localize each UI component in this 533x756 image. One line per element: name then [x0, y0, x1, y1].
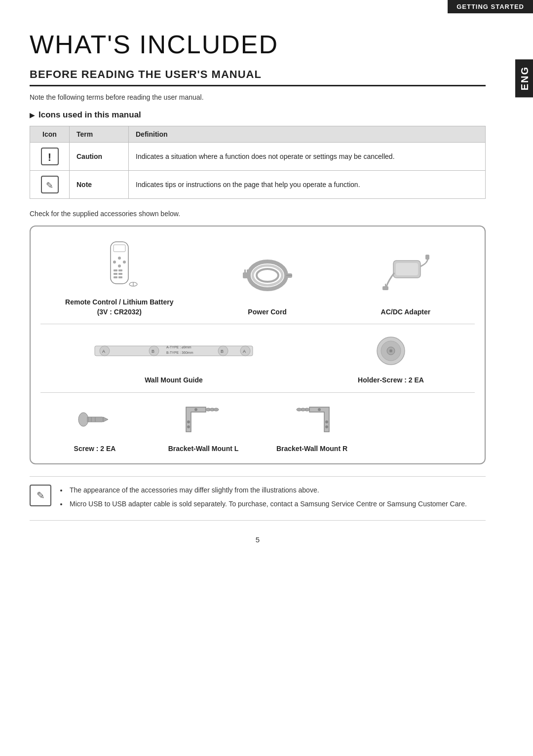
holder-screw-svg: [371, 334, 411, 368]
holder-screw-label: Holder-Screw : 2 EA: [358, 376, 424, 385]
svg-rect-19: [247, 269, 248, 273]
accessory-bracket-r: Bracket-Wall Mount R: [267, 400, 356, 454]
caution-term: Caution: [70, 143, 129, 171]
svg-text:B-TYPE : 360mm: B-TYPE : 360mm: [166, 351, 193, 354]
table-header-icon: Icon: [30, 126, 70, 143]
adapter-image: [379, 248, 433, 302]
svg-point-2: [118, 257, 121, 260]
screw-svg: [77, 402, 112, 437]
svg-point-59: [297, 408, 302, 411]
note-term: Note: [70, 171, 129, 199]
svg-text:A: A: [102, 349, 105, 354]
svg-rect-11: [118, 276, 122, 278]
svg-text:A-TYPE : ⌀9mm: A-TYPE : ⌀9mm: [166, 345, 191, 349]
accessories-top-row: Remote Control / Lithium Battery(3V : CR…: [40, 238, 475, 317]
divider-1: [40, 324, 475, 324]
svg-text:A: A: [243, 349, 246, 354]
accessory-adapter: AC/DC Adapter: [361, 248, 450, 317]
svg-rect-8: [114, 273, 117, 275]
adapter-label: AC/DC Adapter: [381, 307, 431, 317]
accessory-holder-screw: Holder-Screw : 2 EA: [346, 331, 435, 385]
accessory-wall-mount-guide: A B A-TYPE : ⌀9mm B-TYPE : 360mm B A: [80, 331, 267, 385]
wall-mount-guide-image: A B A-TYPE : ⌀9mm B-TYPE : 360mm B A: [90, 331, 258, 371]
subtitle-note: Note the following terms before reading …: [30, 93, 486, 101]
divider-2: [40, 392, 475, 393]
caution-icon-cell: !: [30, 143, 70, 171]
remote-svg: [100, 241, 139, 290]
note-icon: ✎: [41, 176, 59, 193]
svg-point-16: [257, 269, 278, 282]
svg-rect-17: [243, 272, 250, 278]
screw-label: Screw : 2 EA: [74, 444, 116, 454]
note-icon-cell: ✎: [30, 171, 70, 199]
svg-point-54: [318, 408, 321, 411]
svg-rect-24: [382, 286, 388, 290]
svg-rect-10: [114, 276, 117, 278]
power-cord-label: Power Cord: [248, 307, 287, 317]
svg-marker-47: [103, 417, 108, 422]
remote-image: [100, 238, 139, 293]
page-title: WHAT'S INCLUDED: [30, 30, 486, 59]
page-number: 5: [30, 535, 486, 544]
table-row: ! Caution Indicates a situation where a …: [30, 143, 486, 171]
svg-rect-23: [396, 263, 418, 275]
svg-rect-26: [425, 255, 429, 260]
accessory-bracket-l: Bracket-Wall Mount L: [159, 400, 248, 454]
svg-rect-6: [114, 269, 117, 271]
bracket-l-label: Bracket-Wall Mount L: [168, 444, 239, 454]
svg-rect-9: [118, 273, 122, 275]
note-definition: Indicates tips or instructions on the pa…: [129, 171, 486, 199]
note-item-2: Micro USB to USB adapter cable is sold s…: [60, 498, 467, 510]
bracket-r-image: [287, 400, 337, 439]
svg-rect-1: [114, 245, 125, 252]
accessories-box: Remote Control / Lithium Battery(3V : CR…: [30, 226, 486, 464]
language-tab: ENG: [515, 59, 533, 97]
svg-point-48: [194, 408, 197, 411]
table-row: ✎ Note Indicates tips or instructions on…: [30, 171, 486, 199]
svg-point-43: [78, 413, 88, 426]
wall-mount-guide-label: Wall Mount Guide: [145, 376, 203, 385]
notes-section: ✎ The appearance of the accessories may …: [30, 476, 486, 521]
getting-started-label: GETTING STARTED: [448, 0, 533, 13]
power-cord-svg: [240, 251, 295, 300]
svg-point-41: [389, 349, 392, 352]
notes-icon: ✎: [30, 485, 51, 506]
svg-point-3: [113, 261, 116, 264]
bracket-l-svg: [179, 400, 228, 439]
icons-section-title: Icons used in this manual: [30, 110, 486, 120]
table-header-term: Term: [70, 126, 129, 143]
check-note: Check for the supplied accessories shown…: [30, 210, 486, 218]
accessory-screw: Screw : 2 EA: [50, 400, 139, 454]
accessory-remote: Remote Control / Lithium Battery(3V : CR…: [65, 238, 173, 317]
svg-rect-7: [118, 269, 122, 271]
caution-icon: !: [41, 148, 59, 165]
svg-point-56: [325, 425, 328, 428]
power-cord-image: [240, 248, 295, 302]
svg-point-50: [187, 425, 190, 428]
bracket-r-label: Bracket-Wall Mount R: [276, 444, 347, 454]
remote-label: Remote Control / Lithium Battery(3V : CR…: [65, 298, 173, 317]
svg-point-53: [214, 408, 219, 411]
icons-table: Icon Term Definition ! Caution Indicates…: [30, 126, 486, 199]
bracket-l-image: [179, 400, 228, 439]
table-header-definition: Definition: [129, 126, 486, 143]
notes-list: The appearance of the accessories may di…: [60, 485, 467, 512]
accessory-power-cord: Power Cord: [223, 248, 312, 317]
svg-point-55: [325, 420, 328, 423]
svg-point-5: [118, 265, 121, 267]
caution-definition: Indicates a situation where a function d…: [129, 143, 486, 171]
svg-text:B: B: [152, 349, 154, 354]
svg-point-4: [123, 261, 126, 264]
bracket-r-svg: [287, 400, 337, 439]
screw-image: [77, 400, 112, 439]
section-title: BEFORE READING THE USER'S MANUAL: [30, 68, 486, 86]
adapter-svg: [379, 251, 433, 300]
accessories-bottom-row: Screw : 2 EA: [40, 400, 475, 454]
svg-rect-18: [244, 269, 246, 273]
svg-point-49: [187, 420, 190, 423]
holder-screw-image: [371, 331, 411, 371]
accessories-mid-row: A B A-TYPE : ⌀9mm B-TYPE : 360mm B A: [40, 331, 475, 385]
wall-mount-guide-svg: A B A-TYPE : ⌀9mm B-TYPE : 360mm B A: [90, 334, 258, 368]
svg-text:B: B: [221, 349, 224, 354]
note-item-1: The appearance of the accessories may di…: [60, 485, 467, 496]
